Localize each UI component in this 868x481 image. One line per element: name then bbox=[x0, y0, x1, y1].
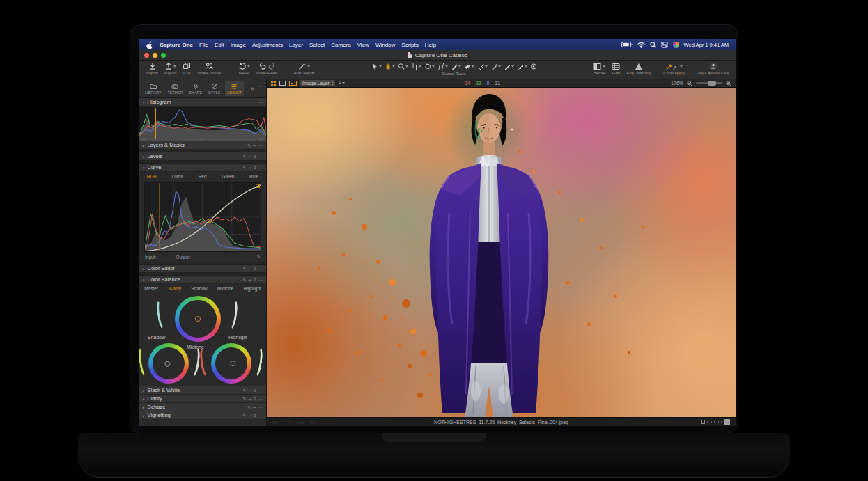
bw-presets-icon[interactable]: ≡ bbox=[254, 388, 256, 393]
color-balance-reset-icon[interactable]: ↩ bbox=[248, 278, 251, 282]
levels-pen-icon[interactable]: ✎ bbox=[242, 155, 246, 159]
layers-pen-icon[interactable]: ✎ bbox=[247, 143, 251, 148]
curve-reset-icon[interactable]: ↩ bbox=[248, 166, 251, 170]
pan-tool[interactable] bbox=[385, 63, 395, 70]
menu-app-name[interactable]: Capture One bbox=[160, 42, 193, 48]
menu-image[interactable]: Image bbox=[231, 42, 246, 48]
cb-tab-shadow[interactable]: Shadow bbox=[189, 285, 209, 292]
cb-tab-highlight[interactable]: Highlight bbox=[242, 285, 263, 292]
histogram-more-icon[interactable]: ⋯ bbox=[258, 100, 263, 104]
grid-button[interactable]: Grid bbox=[612, 62, 620, 75]
levels-reset-icon[interactable]: ↩ bbox=[248, 155, 251, 159]
clarity-more-icon[interactable]: ⋯ bbox=[258, 397, 263, 401]
midtone-color-wheel[interactable] bbox=[175, 296, 221, 342]
menu-help[interactable]: Help bbox=[425, 42, 436, 48]
color-editor-more-icon[interactable]: ⋯ bbox=[258, 267, 263, 271]
bw-reset-icon[interactable]: ↩ bbox=[248, 388, 251, 393]
proof-margin-icon[interactable] bbox=[289, 81, 297, 86]
pick-color-tool[interactable] bbox=[530, 63, 537, 70]
zoom-level[interactable]: 176% bbox=[671, 81, 683, 86]
dehaze-panel-header[interactable]: ▸ Dehaze ✎↩⋯ bbox=[139, 403, 266, 411]
single-view-icon[interactable] bbox=[279, 81, 286, 86]
erase-mask-tool[interactable] bbox=[517, 63, 527, 70]
curve-tab-luma[interactable]: Luma bbox=[171, 173, 185, 180]
midtone-saturation-arc[interactable] bbox=[155, 298, 169, 331]
menu-clock[interactable]: Wed Apr 1 9:41 AM bbox=[684, 42, 729, 48]
curve-more-icon[interactable]: ⋯ bbox=[258, 166, 263, 170]
levels-more-icon[interactable]: ⋯ bbox=[258, 155, 263, 159]
cb-tab-master[interactable]: Master bbox=[143, 285, 160, 292]
vignetting-more-icon[interactable]: ⋯ bbox=[258, 413, 263, 418]
more-tabs-chevrons-icon[interactable]: » bbox=[251, 85, 254, 92]
highlight-color-wheel[interactable] bbox=[211, 343, 251, 384]
dehaze-reset-icon[interactable]: ↩ bbox=[253, 405, 256, 409]
color-editor-pen-icon[interactable]: ✎ bbox=[242, 267, 246, 271]
histogram-panel-header[interactable]: ▾ Histogram ⋯ bbox=[139, 98, 266, 107]
menu-select[interactable]: Select bbox=[309, 42, 325, 48]
layer-select[interactable]: Image Layer ▴▾ bbox=[300, 80, 335, 86]
layers-reset-icon[interactable]: ↩ bbox=[253, 143, 256, 148]
shadow-color-wheel[interactable] bbox=[148, 343, 189, 384]
tab-options-icon[interactable]: ⋮ bbox=[258, 86, 263, 91]
highlight-lightness-arc[interactable] bbox=[250, 345, 264, 379]
tab-library[interactable]: LIBRARY bbox=[143, 81, 163, 96]
curve-point-picker-icon[interactable]: ✎ bbox=[256, 254, 261, 260]
clarity-reset-icon[interactable]: ↩ bbox=[248, 397, 251, 401]
export-button[interactable]: Export bbox=[164, 62, 176, 75]
tab-shape[interactable]: SHAPE bbox=[187, 81, 204, 96]
curve-chart[interactable] bbox=[144, 182, 261, 252]
import-button[interactable]: Import bbox=[146, 62, 158, 75]
midtone-lightness-arc[interactable] bbox=[225, 298, 239, 331]
menu-adjustments[interactable]: Adjustments bbox=[252, 42, 283, 48]
menu-file[interactable]: File bbox=[199, 42, 208, 48]
bw-more-icon[interactable]: ⋯ bbox=[258, 388, 263, 393]
levels-presets-icon[interactable]: ≡ bbox=[254, 155, 256, 159]
battery-icon[interactable] bbox=[621, 42, 633, 47]
tab-style[interactable]: STYLE bbox=[206, 81, 222, 96]
menu-view[interactable]: View bbox=[357, 42, 369, 48]
vignetting-reset-icon[interactable]: ↩ bbox=[248, 413, 251, 418]
minimize-window-button[interactable] bbox=[153, 53, 157, 58]
rating-controls[interactable]: ··· ··· ··· ··· bbox=[272, 420, 318, 425]
curve-panel-header[interactable]: ▾ Curve ✎↩≡⋯ bbox=[139, 164, 266, 172]
erase-tool[interactable] bbox=[490, 63, 501, 70]
exposure-warning-button[interactable]: Exp. Warning bbox=[626, 62, 651, 75]
my-capture-one-button[interactable]: My Capture One bbox=[698, 62, 729, 75]
tab-tether[interactable]: TETHER bbox=[165, 81, 185, 96]
thumb-small-icon[interactable] bbox=[701, 420, 705, 424]
clarity-pen-icon[interactable]: ✎ bbox=[242, 397, 246, 401]
vignetting-panel-header[interactable]: ▸ Vignetting ✎↩≡⋯ bbox=[139, 411, 266, 420]
copy-apply-button[interactable]: Copy/Apply bbox=[663, 62, 685, 75]
crop-tool[interactable] bbox=[411, 63, 421, 70]
control-center-icon[interactable] bbox=[661, 42, 668, 48]
menu-layer[interactable]: Layer bbox=[289, 42, 303, 48]
bw-pen-icon[interactable]: ✎ bbox=[242, 388, 246, 393]
undo-redo-buttons[interactable]: Undo/Redo bbox=[256, 62, 277, 75]
search-icon[interactable] bbox=[650, 42, 656, 48]
layers-masks-panel-header[interactable]: ▸ Layers & Masks ✎↩⋯ bbox=[139, 141, 266, 150]
add-layer-button[interactable]: + bbox=[339, 81, 345, 86]
clone-tool[interactable] bbox=[477, 63, 488, 70]
black-white-panel-header[interactable]: ▸ Black & White ✎↩≡⋯ bbox=[139, 386, 266, 395]
siri-icon[interactable] bbox=[673, 42, 679, 48]
curve-tab-rgb[interactable]: RGB bbox=[146, 173, 158, 180]
clarity-presets-icon[interactable]: ≡ bbox=[254, 397, 256, 401]
zoom-in-icon[interactable] bbox=[726, 81, 731, 86]
zoom-slider[interactable] bbox=[696, 82, 722, 84]
curve-presets-icon[interactable]: ≡ bbox=[254, 166, 256, 170]
rating-dashes[interactable]: ··· bbox=[286, 420, 293, 425]
curve-tab-red[interactable]: Red bbox=[197, 173, 208, 180]
layers-more-icon[interactable]: ⋯ bbox=[258, 143, 263, 148]
before-button[interactable]: Before bbox=[593, 62, 605, 75]
straighten-tool[interactable] bbox=[437, 63, 448, 70]
color-editor-reset-icon[interactable]: ↩ bbox=[248, 267, 251, 271]
close-window-button[interactable] bbox=[144, 53, 149, 58]
zoom-window-button[interactable] bbox=[161, 53, 166, 58]
thumbnail-size-control[interactable] bbox=[701, 419, 730, 425]
menu-scripts[interactable]: Scripts bbox=[401, 42, 418, 48]
photo-canvas[interactable] bbox=[267, 88, 736, 417]
color-balance-more-icon[interactable]: ⋯ bbox=[258, 278, 263, 282]
color-editor-presets-icon[interactable]: ≡ bbox=[254, 267, 256, 271]
reset-button[interactable]: Reset bbox=[238, 62, 250, 75]
dehaze-more-icon[interactable]: ⋯ bbox=[258, 405, 263, 409]
